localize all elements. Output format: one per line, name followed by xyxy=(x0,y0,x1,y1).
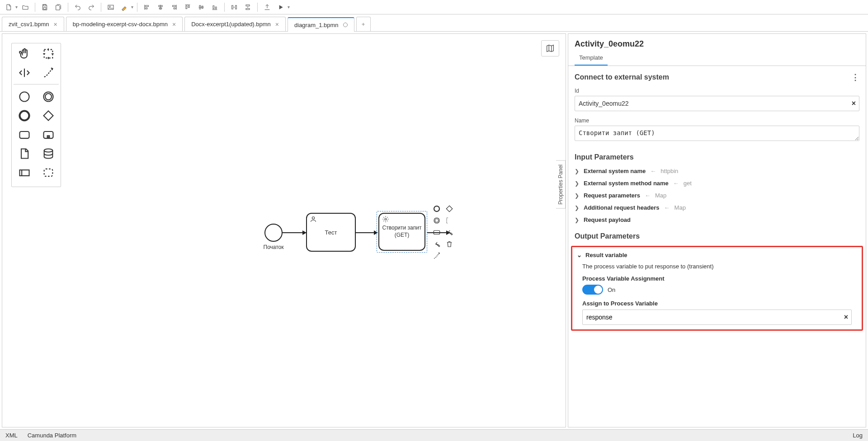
clear-icon[interactable]: × xyxy=(852,99,856,108)
context-pad xyxy=(432,204,455,261)
svg-point-23 xyxy=(45,94,52,100)
distribute-v-button[interactable] xyxy=(242,1,254,13)
ctx-annotation-button[interactable] xyxy=(444,216,454,225)
canvas-container: Properties Panel Початок Тест Створити з… xyxy=(2,33,566,427)
sequence-flow-2[interactable] xyxy=(356,232,377,233)
svg-point-24 xyxy=(19,111,29,121)
minimap-toggle[interactable] xyxy=(541,40,559,56)
gear-icon xyxy=(382,216,389,225)
name-label: Name xyxy=(575,117,859,124)
param-request-payload[interactable]: ❯Request payload xyxy=(568,214,866,226)
start-event-node[interactable] xyxy=(264,224,283,242)
subprocess-tool[interactable] xyxy=(40,127,57,142)
svg-rect-19 xyxy=(246,8,250,9)
svg-rect-4 xyxy=(146,5,149,7)
data-store-tool[interactable] xyxy=(40,146,57,161)
assign-input[interactable] xyxy=(582,310,852,325)
connect-tool-button[interactable] xyxy=(40,65,57,80)
redo-button[interactable] xyxy=(85,1,97,13)
task-label-line1: Створити запит xyxy=(382,225,422,231)
tab-bp-modeling[interactable]: bp-modeling-excerpt-csv-docx.bpmn× xyxy=(66,17,183,31)
distribute-h-button[interactable] xyxy=(228,1,240,13)
ctx-connect-button[interactable] xyxy=(432,251,442,261)
participant-tool[interactable] xyxy=(16,165,33,180)
align-center-button[interactable] xyxy=(155,1,166,13)
group-tool[interactable] xyxy=(40,165,57,180)
color-caret-icon[interactable]: ▾ xyxy=(131,5,133,9)
tab-label: zvit_csv1.bpmn xyxy=(9,21,49,28)
id-input[interactable] xyxy=(575,96,859,111)
ctx-end-event-button[interactable] xyxy=(432,204,442,214)
ctx-wrench-button[interactable] xyxy=(444,227,454,237)
save-button[interactable] xyxy=(39,1,51,13)
result-variable-header[interactable]: ⌄Result variable xyxy=(572,249,862,261)
ctx-wrench2-button[interactable] xyxy=(432,239,442,249)
start-event-tool[interactable] xyxy=(16,89,33,104)
align-right-button[interactable] xyxy=(168,1,180,13)
task-tool[interactable] xyxy=(16,127,33,142)
intermediate-event-tool[interactable] xyxy=(40,89,57,104)
end-event-tool[interactable] xyxy=(16,108,33,123)
footer-platform-button[interactable]: Camunda Platform xyxy=(28,432,76,439)
ctx-task-button[interactable] xyxy=(432,227,442,237)
name-input[interactable]: Створити запит (GET) xyxy=(575,126,859,141)
image-button[interactable] xyxy=(105,1,117,13)
properties-panel-toggle[interactable]: Properties Panel xyxy=(556,160,566,209)
properties-title: Activity_0eomu22 xyxy=(568,34,866,52)
param-external-system-method[interactable]: ❯External system method name←get xyxy=(568,177,866,189)
user-task-node[interactable]: Тест xyxy=(306,213,356,252)
svg-rect-10 xyxy=(186,5,187,9)
tab-diagram1[interactable]: diagram_1.bpmn xyxy=(288,17,354,32)
clear-icon[interactable]: × xyxy=(844,313,848,321)
tab-zvit[interactable]: zvit_csv1.bpmn× xyxy=(2,17,64,31)
gateway-tool[interactable] xyxy=(40,108,57,123)
status-bar: XML Camunda Platform Log xyxy=(0,429,868,441)
user-icon xyxy=(310,216,317,224)
element-palette xyxy=(11,43,61,187)
new-file-caret-icon[interactable]: ▾ xyxy=(15,5,18,9)
open-file-button[interactable] xyxy=(19,1,31,13)
service-task-selection[interactable]: Створити запит(GET) xyxy=(377,211,427,253)
param-external-system-name[interactable]: ❯External system name←httpbin xyxy=(568,165,866,177)
align-top-button[interactable] xyxy=(182,1,193,13)
hand-tool-button[interactable] xyxy=(16,46,33,61)
footer-xml-button[interactable]: XML xyxy=(5,432,18,439)
svg-point-35 xyxy=(435,219,439,222)
close-icon[interactable]: × xyxy=(275,21,279,28)
align-middle-button[interactable] xyxy=(195,1,207,13)
pva-state: On xyxy=(608,286,615,293)
data-object-tool[interactable] xyxy=(16,146,33,161)
space-tool-button[interactable] xyxy=(16,65,33,80)
undo-button[interactable] xyxy=(72,1,84,13)
footer-log-button[interactable]: Log xyxy=(853,432,863,439)
color-button[interactable] xyxy=(118,1,130,13)
ctx-delete-button[interactable] xyxy=(444,239,454,249)
svg-rect-29 xyxy=(19,170,29,176)
tab-docx-excerpt[interactable]: Docx-excerpt1(updated).bpmn× xyxy=(184,17,286,31)
align-bottom-button[interactable] xyxy=(209,1,221,13)
tab-label: diagram_1.bpmn xyxy=(294,22,339,28)
svg-point-3 xyxy=(109,6,111,7)
sequence-flow-1[interactable] xyxy=(283,232,306,233)
ctx-intermediate-event-button[interactable] xyxy=(432,216,442,225)
tab-new-button[interactable]: + xyxy=(356,17,371,31)
lasso-tool-button[interactable] xyxy=(40,46,57,61)
section-menu-icon[interactable]: ⋮ xyxy=(851,72,859,82)
pva-toggle[interactable] xyxy=(582,285,603,295)
param-additional-headers[interactable]: ❯Additional request headers←Map xyxy=(568,202,866,214)
save-all-button[interactable] xyxy=(52,1,64,13)
ctx-gateway-button[interactable] xyxy=(444,204,454,214)
close-icon[interactable]: × xyxy=(172,21,176,28)
param-request-parameters[interactable]: ❯Request parameters←Map xyxy=(568,189,866,202)
close-icon[interactable]: × xyxy=(54,21,57,28)
tab-template[interactable]: Template xyxy=(575,52,608,66)
run-button[interactable] xyxy=(275,1,287,13)
id-label: Id xyxy=(575,88,859,94)
bpmn-canvas[interactable]: Properties Panel Початок Тест Створити з… xyxy=(2,34,566,427)
deploy-button[interactable] xyxy=(261,1,273,13)
new-file-button[interactable] xyxy=(3,1,14,13)
tab-label: Docx-excerpt1(updated).bpmn xyxy=(191,21,271,28)
run-caret-icon[interactable]: ▾ xyxy=(288,5,290,9)
align-left-button[interactable] xyxy=(141,1,153,13)
service-task-node[interactable]: Створити запит(GET) xyxy=(378,213,425,251)
